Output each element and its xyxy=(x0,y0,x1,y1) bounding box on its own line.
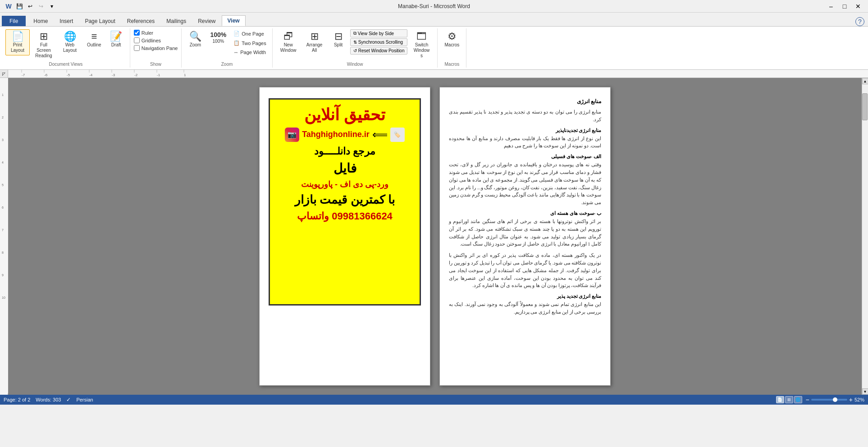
ruler-checkbox-label[interactable]: Ruler xyxy=(134,29,178,36)
svg-text:4: 4 xyxy=(2,161,4,164)
tab-review[interactable]: Review xyxy=(192,16,221,26)
qat-dropdown[interactable]: ▾ xyxy=(47,1,57,11)
tab-mailings[interactable]: Mailings xyxy=(160,16,192,26)
close-button[interactable]: ✕ xyxy=(852,0,864,13)
print-layout-button[interactable]: 📄 Print Layout xyxy=(5,29,30,55)
ad-file-label: فایل xyxy=(333,161,356,176)
page-2: منابع انرژی منابع انرژی را می توان به دو… xyxy=(439,87,611,386)
switch-windows-button[interactable]: 🗔 Switch Windows xyxy=(409,29,434,61)
redo-button[interactable]: ↪ xyxy=(36,1,46,11)
tab-insert[interactable]: Insert xyxy=(54,16,79,26)
language: Persian xyxy=(76,397,93,402)
ad-title: تحقیق آنلاین xyxy=(304,106,385,124)
macros-button[interactable]: ⚙ Macros xyxy=(441,29,462,50)
scroll-up-button[interactable]: ▲ xyxy=(862,78,868,84)
tab-references[interactable]: References xyxy=(121,16,160,26)
scroll-track[interactable] xyxy=(862,84,868,388)
arrange-all-button[interactable]: ⊞ Arrange All xyxy=(302,29,327,55)
new-window-button[interactable]: 🗗 New Window xyxy=(276,29,301,55)
spelling-check: ✓ xyxy=(66,397,71,403)
group-show: Ruler Gridlines Navigation Pane Show xyxy=(130,28,182,68)
status-bar: Page: 2 of 2 Words: 303 ✓ Persian 📄 ⊞ 🌐 … xyxy=(0,395,868,405)
scroll-thumb[interactable] xyxy=(862,93,868,120)
title-bar-left: W 💾 ↩ ↪ ▾ xyxy=(4,1,57,11)
page-para-2: این نوع از انرژی ها فقط یک بار قابلیت مص… xyxy=(449,135,601,151)
ruler-checkbox[interactable] xyxy=(134,30,140,36)
scroll-down-button[interactable]: ▼ xyxy=(862,388,868,395)
page-width-button[interactable]: ↔ Page Width xyxy=(231,48,268,56)
full-screen-button[interactable]: ⊞ Full Screen Reading xyxy=(32,29,56,61)
switch-icon: 🗔 xyxy=(416,32,426,41)
arrange-icon: ⊞ xyxy=(311,32,319,41)
ribbon-tab-bar: File Home Insert Page Layout References … xyxy=(0,13,868,26)
group-zoom: 🔍 Zoom 100% 100% 📄 One Page 📋 Two Pages xyxy=(182,28,272,68)
minimize-button[interactable]: – xyxy=(825,0,837,13)
sync-scrolling-button[interactable]: ⇅ Synchronous Scrolling xyxy=(350,38,408,46)
side-by-side-icon: ⧉ xyxy=(353,31,356,36)
gridlines-checkbox[interactable] xyxy=(134,37,140,43)
reset-window-button[interactable]: ↺ Reset Window Position xyxy=(350,47,408,55)
group-document-views: 📄 Print Layout ⊞ Full Screen Reading 🌐 W… xyxy=(2,28,130,68)
zoom-100-button[interactable]: 100% 100% xyxy=(207,29,229,46)
window-content: 🗗 New Window ⊞ Arrange All ⊟ Split ⧉ xyxy=(276,29,434,61)
ruler-svg: -7 -6 -5 -4 -3 -2 -1 1 xyxy=(8,70,868,78)
nav-pane-checkbox[interactable] xyxy=(134,45,140,51)
ad-formats: ورد-پی دی اف - پاورپوینت xyxy=(301,179,388,189)
svg-text:-7: -7 xyxy=(22,73,25,77)
svg-rect-17 xyxy=(0,78,8,393)
ad-phone: 09981366624 واتساپ xyxy=(297,210,393,222)
main-area: ◸ -7 -6 -5 -4 -3 -2 -1 1 xyxy=(0,70,868,395)
zoom-button[interactable]: 🔍 Zoom xyxy=(185,29,205,50)
view-side-by-side-button[interactable]: ⧉ View Side by Side xyxy=(350,29,408,37)
one-page-button[interactable]: 📄 One Page xyxy=(231,29,268,38)
svg-text:3: 3 xyxy=(2,138,4,141)
document-views-label: Document Views xyxy=(49,62,82,67)
word-icon[interactable]: W xyxy=(4,1,14,11)
tab-page-layout[interactable]: Page Layout xyxy=(79,16,121,26)
tab-file[interactable]: File xyxy=(2,16,26,26)
draft-button[interactable]: 📝 Draft xyxy=(106,29,126,50)
ruler-corner[interactable]: ◸ xyxy=(0,70,8,78)
maximize-button[interactable]: □ xyxy=(838,0,851,13)
macros-content: ⚙ Macros xyxy=(441,29,462,61)
two-pages-icon: 📋 xyxy=(233,40,240,46)
page-1: تحقیق آنلاین 📷 Tahghighonline.ir ⟸ 🏷️ مر… xyxy=(259,87,430,386)
save-button[interactable]: 💾 xyxy=(14,1,24,11)
subheading-3: ب -سوخت های هسته ای xyxy=(449,210,601,216)
print-view-btn[interactable]: 📄 xyxy=(776,396,784,403)
tab-view[interactable]: View xyxy=(222,15,246,26)
svg-text:-4: -4 xyxy=(89,73,93,77)
zoom-slider-thumb[interactable] xyxy=(833,397,837,402)
two-pages-button[interactable]: 📋 Two Pages xyxy=(231,39,268,47)
help-button[interactable]: ? xyxy=(855,17,864,26)
web-layout-button[interactable]: 🌐 Web Layout xyxy=(58,29,82,55)
page-para-4: بر اثر واکنش نوترونها با هسته ی برخی از … xyxy=(449,218,601,248)
outline-button[interactable]: ≡ Outline xyxy=(84,29,105,50)
gridlines-checkbox-label[interactable]: Gridlines xyxy=(134,37,178,44)
zoom-minus-button[interactable]: − xyxy=(806,396,809,403)
ribbon-content: 📄 Print Layout ⊞ Full Screen Reading 🌐 W… xyxy=(0,26,868,69)
ad-subtitle: مرجع دانلـــــود xyxy=(314,146,375,157)
zoom-slider[interactable] xyxy=(811,399,847,401)
document-canvas[interactable]: تحقیق آنلاین 📷 Tahghighonline.ir ⟸ 🏷️ مر… xyxy=(8,78,862,395)
vruler-svg: 1 2 3 4 5 6 7 8 9 10 xyxy=(0,78,8,393)
svg-text:2: 2 xyxy=(2,116,4,119)
undo-button[interactable]: ↩ xyxy=(25,1,35,11)
fullscreen-view-btn[interactable]: ⊞ xyxy=(785,396,793,403)
nav-pane-checkbox-label[interactable]: Navigation Pane xyxy=(134,45,178,51)
svg-text:5: 5 xyxy=(2,183,4,187)
svg-text:1: 1 xyxy=(184,73,186,77)
status-right: 📄 ⊞ 🌐 − + 52% xyxy=(776,396,864,403)
svg-text:-1: -1 xyxy=(157,73,160,77)
split-button[interactable]: ⊟ Split xyxy=(329,29,348,50)
svg-text:1: 1 xyxy=(2,93,4,96)
sync-icon: ⇅ xyxy=(353,40,357,45)
zoom-plus-button[interactable]: + xyxy=(849,396,853,403)
tab-home[interactable]: Home xyxy=(27,16,54,26)
check-icon: ✓ xyxy=(66,397,71,403)
web-layout-icon: 🌐 xyxy=(64,32,76,41)
svg-text:8: 8 xyxy=(2,251,4,254)
view-mode-buttons: 📄 ⊞ 🌐 xyxy=(776,396,802,403)
web-view-btn[interactable]: 🌐 xyxy=(794,396,802,403)
svg-text:-2: -2 xyxy=(134,73,138,77)
